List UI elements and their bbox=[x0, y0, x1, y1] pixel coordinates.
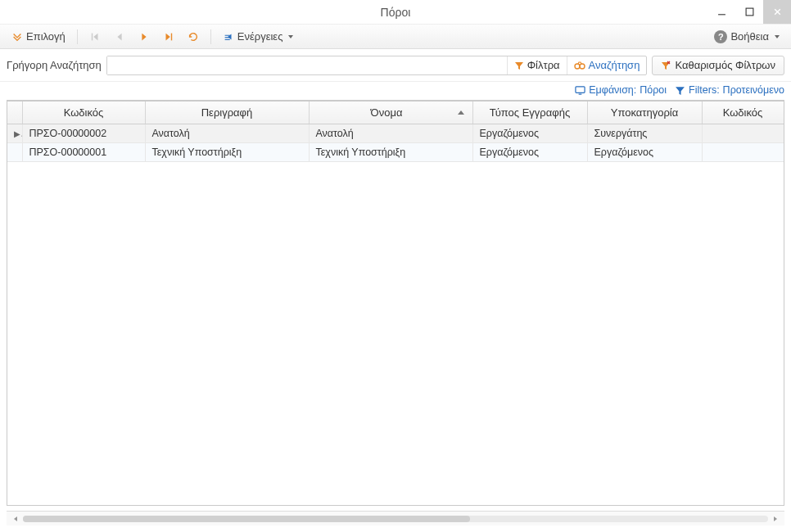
col-subcategory[interactable]: Υποκατηγορία bbox=[587, 101, 702, 124]
grid-body: ▶ΠΡΣΟ-00000002ΑνατολήΑνατολήΕργαζόμενοςΣ… bbox=[7, 124, 784, 162]
nav-prev-button[interactable] bbox=[109, 29, 130, 45]
filters-value: Προτεινόμενο bbox=[723, 84, 784, 96]
clear-filters-label: Καθαρισμός Φίλτρων bbox=[675, 59, 775, 71]
cell[interactable] bbox=[702, 143, 784, 162]
clear-filters-button[interactable]: Καθαρισμός Φίλτρων bbox=[652, 56, 784, 75]
toolbar-separator bbox=[210, 29, 211, 44]
sort-asc-icon bbox=[458, 110, 464, 115]
close-button[interactable] bbox=[763, 0, 791, 24]
cell[interactable]: ΠΡΣΟ-00000002 bbox=[22, 124, 145, 143]
close-icon bbox=[773, 7, 782, 16]
window-title: Πόροι bbox=[381, 6, 411, 19]
nav-last-icon bbox=[163, 31, 174, 43]
cell[interactable]: Εργαζόμενος bbox=[472, 143, 587, 162]
actions-button[interactable]: Ενέργειες bbox=[218, 28, 299, 45]
horizontal-scrollbar[interactable] bbox=[7, 511, 784, 525]
help-icon: ? bbox=[714, 30, 727, 43]
cell[interactable]: Ανατολή bbox=[145, 124, 309, 143]
header-row: Κωδικός Περιγραφή Όνομα Τύπος Εγγραφής Υ… bbox=[7, 101, 784, 124]
clear-filter-icon bbox=[661, 61, 671, 70]
search-input-wrap: Φίλτρα Αναζήτηση bbox=[106, 56, 648, 75]
col-name[interactable]: Όνομα bbox=[309, 101, 472, 124]
cell[interactable] bbox=[702, 124, 784, 143]
cell-extra bbox=[784, 143, 784, 162]
svg-rect-3 bbox=[576, 86, 585, 92]
filter-icon bbox=[514, 61, 524, 70]
col-record-type[interactable]: Τύπος Εγγραφής bbox=[472, 101, 587, 124]
nav-prev-icon bbox=[114, 31, 125, 43]
col-extra bbox=[784, 101, 784, 124]
cell[interactable]: Τεχνική Υποστήριξη bbox=[309, 143, 472, 162]
col-description[interactable]: Περιγραφή bbox=[145, 101, 309, 124]
nav-next-icon bbox=[138, 31, 150, 43]
svg-rect-0 bbox=[746, 8, 753, 16]
cell[interactable]: Εργαζόμενος bbox=[587, 143, 702, 162]
col-code-2[interactable]: Κωδικός bbox=[702, 101, 784, 124]
cell[interactable]: Συνεργάτης bbox=[587, 124, 702, 143]
table-row[interactable]: ▶ΠΡΣΟ-00000002ΑνατολήΑνατολήΕργαζόμενοςΣ… bbox=[7, 124, 784, 143]
minimize-button[interactable] bbox=[707, 0, 735, 24]
svg-point-1 bbox=[575, 64, 580, 69]
cell-extra bbox=[784, 124, 784, 143]
refresh-button[interactable] bbox=[183, 29, 204, 45]
view-key: Εμφάνιση: bbox=[589, 84, 636, 96]
search-button[interactable]: Αναζήτηση bbox=[567, 56, 647, 74]
maximize-button[interactable] bbox=[735, 0, 763, 24]
row-indicator[interactable] bbox=[7, 143, 22, 162]
help-button[interactable]: ? Βοήθεια bbox=[709, 28, 784, 46]
current-row-icon: ▶ bbox=[14, 128, 22, 139]
scroll-track[interactable] bbox=[23, 516, 768, 522]
maximize-icon bbox=[745, 7, 754, 16]
dropdown-caret-icon bbox=[288, 35, 293, 38]
scroll-right-icon bbox=[771, 515, 780, 523]
binoculars-icon bbox=[574, 61, 585, 70]
search-button-label: Αναζήτηση bbox=[589, 59, 640, 71]
toolbar-separator bbox=[77, 29, 78, 44]
grid-wrap: Κωδικός Περιγραφή Όνομα Τύπος Εγγραφής Υ… bbox=[7, 100, 784, 506]
dropdown-caret-icon bbox=[775, 35, 780, 38]
search-input[interactable] bbox=[107, 56, 507, 74]
nav-first-button[interactable] bbox=[84, 29, 106, 45]
nav-first-icon bbox=[89, 31, 101, 43]
quick-search-label: Γρήγορη Αναζήτηση bbox=[7, 59, 102, 71]
cell[interactable]: ΠΡΣΟ-00000001 bbox=[22, 143, 145, 162]
select-icon bbox=[11, 31, 23, 43]
window-controls bbox=[707, 0, 791, 24]
nav-last-button[interactable] bbox=[158, 29, 179, 45]
minimize-icon bbox=[717, 7, 726, 16]
filter-icon bbox=[675, 85, 685, 96]
monitor-icon bbox=[575, 85, 585, 96]
row-selector-header[interactable] bbox=[7, 101, 22, 124]
svg-point-2 bbox=[580, 64, 585, 69]
search-bar: Γρήγορη Αναζήτηση Φίλτρα Αναζήτηση Καθαρ… bbox=[0, 49, 791, 82]
scroll-left-icon bbox=[11, 515, 20, 523]
toolbar: Επιλογή Ενέργειες ? Βοήθεια bbox=[0, 25, 791, 49]
help-label: Βοήθεια bbox=[730, 30, 769, 43]
col-code[interactable]: Κωδικός bbox=[22, 101, 145, 124]
view-links-row: Εμφάνιση: Πόροι Filters: Προτεινόμενο bbox=[0, 82, 791, 100]
actions-icon bbox=[223, 31, 234, 43]
actions-label: Ενέργειες bbox=[237, 30, 283, 43]
table-row[interactable]: ΠΡΣΟ-00000001Τεχνική ΥποστήριξηΤεχνική Υ… bbox=[7, 143, 784, 162]
select-button[interactable]: Επιλογή bbox=[7, 28, 70, 45]
refresh-icon bbox=[188, 31, 199, 43]
filters-link[interactable]: Filters: Προτεινόμενο bbox=[675, 84, 784, 96]
select-label: Επιλογή bbox=[26, 30, 66, 43]
data-table: Κωδικός Περιγραφή Όνομα Τύπος Εγγραφής Υ… bbox=[7, 101, 784, 162]
data-grid: Κωδικός Περιγραφή Όνομα Τύπος Εγγραφής Υ… bbox=[7, 101, 784, 506]
view-value: Πόροι bbox=[640, 84, 667, 96]
row-indicator[interactable]: ▶ bbox=[7, 124, 22, 143]
filters-key: Filters: bbox=[689, 84, 720, 96]
titlebar: Πόροι bbox=[0, 0, 791, 25]
cell[interactable]: Ανατολή bbox=[309, 124, 472, 143]
cell[interactable]: Εργαζόμενος bbox=[472, 124, 587, 143]
scroll-thumb[interactable] bbox=[23, 516, 470, 522]
view-link[interactable]: Εμφάνιση: Πόροι bbox=[575, 84, 667, 96]
cell[interactable]: Τεχνική Υποστήριξη bbox=[145, 143, 309, 162]
nav-next-button[interactable] bbox=[133, 29, 155, 45]
filters-button[interactable]: Φίλτρα bbox=[507, 56, 567, 74]
filters-label: Φίλτρα bbox=[527, 59, 560, 71]
